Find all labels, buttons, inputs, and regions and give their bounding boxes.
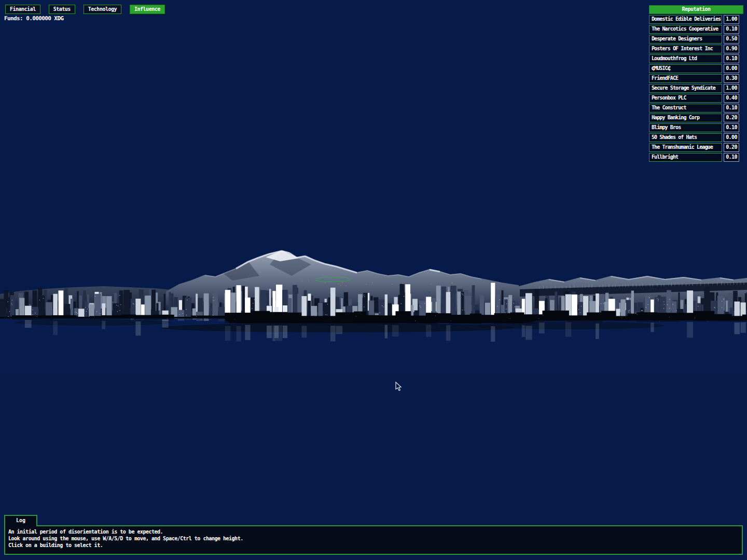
reputation-entry-name: Blimpy Bros: [649, 123, 722, 132]
mouse-cursor-icon: [395, 382, 404, 392]
reputation-entry-name: Secure Storage Syndicate: [649, 84, 722, 93]
reputation-entry-name: 50 Shades of Hats: [649, 133, 722, 142]
reputation-entry-name: Desperate Designers: [649, 35, 722, 44]
reputation-entry-name: Domestic Edible Deliveries: [649, 15, 722, 24]
tab-button-status[interactable]: Status: [49, 5, 75, 14]
log-line: Click on a building to select it.: [8, 542, 739, 549]
reputation-row[interactable]: Personbox PLC0.40: [649, 94, 743, 103]
reputation-header: Reputation: [649, 5, 743, 14]
tab-button-technology[interactable]: Technology: [84, 5, 121, 14]
city-viewport[interactable]: [0, 228, 747, 373]
tab-button-financial[interactable]: Financial: [5, 5, 40, 14]
reputation-entry-value: 0.10: [724, 104, 739, 113]
reputation-entry-value: 1.00: [724, 15, 739, 24]
reputation-entry-value: 0.10: [724, 153, 739, 162]
reputation-row[interactable]: FriendFACE0.30: [649, 74, 743, 83]
reputation-row[interactable]: The Narcotics Cooperative0.10: [649, 25, 743, 34]
reputation-row[interactable]: Posters OF Interest Inc0.90: [649, 45, 743, 53]
tab-button-influence[interactable]: Influence: [130, 5, 165, 14]
reputation-entry-value: 0.10: [724, 123, 739, 132]
reputation-row[interactable]: The Transhumanic League0.20: [649, 143, 743, 152]
reputation-row[interactable]: 50 Shades of Hats0.00: [649, 133, 743, 142]
reputation-entry-name: Fullbright: [649, 153, 722, 162]
log-box: An initial period of disorientation is t…: [4, 525, 743, 555]
reputation-row[interactable]: Loudmouthfrog Ltd0.10: [649, 54, 743, 63]
reputation-row[interactable]: Happy Banking Corp0.20: [649, 114, 743, 122]
reputation-row[interactable]: Domestic Edible Deliveries1.00: [649, 15, 743, 24]
reputation-entry-value: 0.20: [724, 143, 739, 152]
log-line: An initial period of disorientation is t…: [8, 528, 739, 535]
reputation-entry-name: ₵MUSIC₵: [649, 64, 722, 73]
funds-readout: Funds: 0.000000 XDG: [4, 15, 63, 22]
reputation-row[interactable]: Fullbright0.10: [649, 153, 743, 162]
log-tab[interactable]: Log: [4, 515, 37, 526]
reputation-row[interactable]: Secure Storage Syndicate1.00: [649, 84, 743, 93]
top-tab-bar: FinancialStatusTechnologyInfluence: [5, 5, 165, 14]
reputation-entry-value: 0.00: [724, 64, 739, 73]
reputation-entry-value: 0.90: [724, 45, 739, 53]
reputation-entry-value: 0.30: [724, 74, 739, 83]
reputation-panel: Reputation Domestic Edible Deliveries1.0…: [649, 5, 743, 162]
reputation-entry-value: 0.00: [724, 133, 739, 142]
reputation-entry-name: Posters OF Interest Inc: [649, 45, 722, 53]
reputation-rows: Domestic Edible Deliveries1.00The Narcot…: [649, 15, 743, 162]
reputation-entry-value: 0.10: [724, 25, 739, 34]
reputation-row[interactable]: Desperate Designers0.50: [649, 35, 743, 44]
log-line: Look around using the mouse, use W/A/S/D…: [8, 535, 739, 542]
reputation-entry-name: FriendFACE: [649, 74, 722, 83]
reputation-row[interactable]: Blimpy Bros0.10: [649, 123, 743, 132]
reputation-entry-name: Loudmouthfrog Ltd: [649, 54, 722, 63]
reputation-entry-value: 0.50: [724, 35, 739, 44]
reputation-entry-value: 1.00: [724, 84, 739, 93]
reputation-entry-value: 0.20: [724, 114, 739, 122]
reputation-entry-name: The Construct: [649, 104, 722, 113]
reputation-entry-value: 0.40: [724, 94, 739, 103]
reputation-entry-value: 0.10: [724, 54, 739, 63]
reputation-row[interactable]: ₵MUSIC₵0.00: [649, 64, 743, 73]
reputation-entry-name: Personbox PLC: [649, 94, 722, 103]
reputation-entry-name: The Transhumanic League: [649, 143, 722, 152]
reputation-row[interactable]: The Construct0.10: [649, 104, 743, 113]
reputation-entry-name: The Narcotics Cooperative: [649, 25, 722, 34]
reputation-entry-name: Happy Banking Corp: [649, 114, 722, 122]
